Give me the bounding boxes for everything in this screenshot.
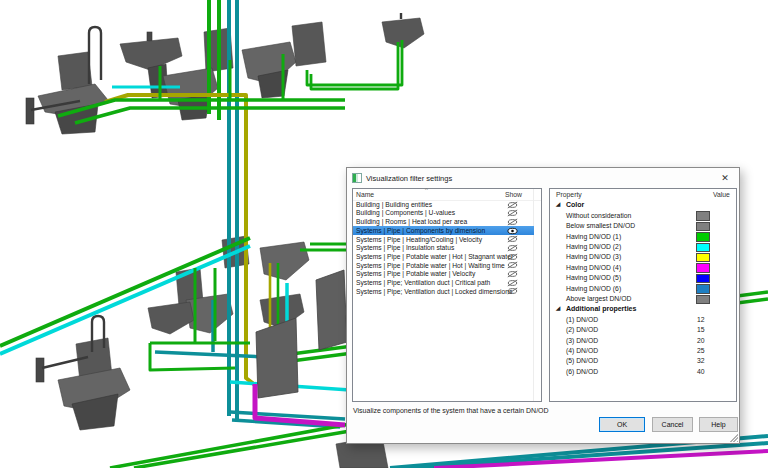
property-label: Having DN/OD (1) <box>566 233 621 240</box>
status-text: Visualize components of the system that … <box>353 407 549 414</box>
filter-row[interactable]: Building | Building entities <box>353 200 541 209</box>
filter-row[interactable]: Systems | Pipe; Ventilation duct | Criti… <box>353 278 541 287</box>
color-swatch[interactable] <box>696 222 710 232</box>
property-label: Below smallest DN/OD <box>566 222 635 229</box>
property-label: (3) DN/OD <box>566 337 598 344</box>
property-label: (1) DN/OD <box>566 316 598 323</box>
property-label: Having DN/OD (6) <box>566 285 621 292</box>
color-property-row[interactable]: Having DN/OD (3) <box>550 252 736 262</box>
column-header-property: Property <box>556 191 582 198</box>
filter-row-label: Systems | Pipe; Ventilation duct | Criti… <box>356 279 490 286</box>
filter-row[interactable]: Systems | Pipe | Heating/Cooling | Veloc… <box>353 235 541 244</box>
column-header-name[interactable]: Name <box>356 191 374 198</box>
color-property-row[interactable]: Having DN/OD (5) <box>550 273 736 283</box>
filter-row-label: Building | Components | U-values <box>356 209 455 216</box>
property-group-label: Color <box>566 201 584 208</box>
resize-grip[interactable] <box>729 433 738 442</box>
filter-row[interactable]: Systems | Pipe | Components by dimension <box>353 226 534 235</box>
ok-button[interactable]: OK <box>599 417 645 432</box>
property-group-label: Additional properties <box>566 305 636 312</box>
color-swatch[interactable] <box>696 232 710 242</box>
property-rows: ◢ColorWithout considerationBelow smalles… <box>550 200 736 377</box>
filter-row[interactable]: Systems | Pipe | Potable water | Hot | S… <box>353 252 541 261</box>
column-header-show[interactable]: Show <box>505 191 522 198</box>
property-value[interactable]: 40 <box>697 368 705 375</box>
value-property-row[interactable]: (2) DN/OD15 <box>550 325 736 335</box>
filter-row-label: Systems | Pipe; Ventilation duct | Locke… <box>356 288 512 295</box>
filter-list: Name ^ Show Building | Building entities… <box>352 188 542 402</box>
property-label: (4) DN/OD <box>566 347 598 354</box>
color-property-row[interactable]: Having DN/OD (2) <box>550 242 736 252</box>
property-value[interactable]: 25 <box>697 347 705 354</box>
property-label: Having DN/OD (4) <box>566 264 621 271</box>
filter-row[interactable]: Building | Components | U-values <box>353 209 541 218</box>
color-swatch[interactable] <box>696 243 710 253</box>
filter-row-label: Systems | Pipe | Potable water | Hot | S… <box>356 253 513 260</box>
filter-row[interactable]: Systems | Pipe; Ventilation duct | Locke… <box>353 287 541 296</box>
filter-row-label: Building | Rooms | Heat load per area <box>356 218 467 225</box>
property-label: (5) DN/OD <box>566 357 598 364</box>
sort-ascending-indicator: ^ <box>425 187 428 193</box>
property-label: Without consideration <box>566 212 631 219</box>
value-property-row[interactable]: (3) DN/OD20 <box>550 335 736 345</box>
eye-off-icon[interactable] <box>504 287 520 296</box>
property-group-header[interactable]: ◢Additional properties <box>550 304 736 314</box>
collapse-triangle-icon: ◢ <box>556 305 560 311</box>
value-property-row[interactable]: (5) DN/OD32 <box>550 356 736 366</box>
property-value[interactable]: 32 <box>697 357 705 364</box>
property-value[interactable]: 12 <box>697 316 705 323</box>
close-icon[interactable]: ✕ <box>716 170 734 186</box>
filter-list-rows: Building | Building entitiesBuilding | C… <box>353 200 541 296</box>
help-button[interactable]: Help <box>699 417 738 432</box>
value-property-row[interactable]: (4) DN/OD25 <box>550 345 736 355</box>
visualization-filter-settings-dialog: Visualization filter settings ✕ Name ^ S… <box>346 167 740 444</box>
color-property-row[interactable]: Having DN/OD (1) <box>550 231 736 241</box>
color-property-row[interactable]: Having DN/OD (6) <box>550 283 736 293</box>
property-value[interactable]: 15 <box>697 326 705 333</box>
color-swatch[interactable] <box>696 253 710 263</box>
property-grid-header: Property Value <box>550 189 736 200</box>
cancel-button[interactable]: Cancel <box>652 417 693 432</box>
collapse-triangle-icon: ◢ <box>556 201 560 207</box>
dialog-title-bar[interactable]: Visualization filter settings ✕ <box>347 168 739 188</box>
color-property-row[interactable]: Above largest DN/OD <box>550 294 736 304</box>
property-group-header[interactable]: ◢Color <box>550 200 736 210</box>
property-label: Above largest DN/OD <box>566 295 631 302</box>
color-swatch[interactable] <box>696 211 710 221</box>
filter-row[interactable]: Systems | Pipe | Potable water | Velocit… <box>353 270 541 279</box>
filter-row-label: Systems | Pipe | Potable water | Velocit… <box>356 270 475 277</box>
dialog-title: Visualization filter settings <box>366 174 452 183</box>
value-property-row[interactable]: (6) DN/OD40 <box>550 366 736 376</box>
color-swatch[interactable] <box>696 295 710 305</box>
filter-row-label: Building | Building entities <box>356 201 432 208</box>
property-grid: Property Value ◢ColorWithout considerati… <box>549 188 737 402</box>
color-swatch[interactable] <box>696 284 710 294</box>
property-label: Having DN/OD (5) <box>566 274 621 281</box>
color-property-row[interactable]: Having DN/OD (4) <box>550 262 736 272</box>
property-label: (2) DN/OD <box>566 326 598 333</box>
property-label: Having DN/OD (3) <box>566 253 621 260</box>
value-property-row[interactable]: (1) DN/OD12 <box>550 314 736 324</box>
property-label: Having DN/OD (2) <box>566 243 621 250</box>
app-icon <box>352 173 362 183</box>
filter-row-label: Systems | Pipe | Components by dimension <box>356 227 485 234</box>
color-property-row[interactable]: Without consideration <box>550 210 736 220</box>
filter-row-label: Systems | Pipe | Heating/Cooling | Veloc… <box>356 236 482 243</box>
filter-row-label: Systems | Pipe | Potable water | Hot | W… <box>356 262 505 269</box>
color-swatch[interactable] <box>696 263 710 273</box>
property-label: (6) DN/OD <box>566 368 598 375</box>
app-window: Visualization filter settings ✕ Name ^ S… <box>0 0 768 468</box>
filter-row[interactable]: Building | Rooms | Heat load per area <box>353 217 541 226</box>
property-value[interactable]: 20 <box>697 337 705 344</box>
filter-row-label: Systems | Pipe | Insulation status <box>356 244 454 251</box>
column-header-value: Value <box>713 191 730 198</box>
filter-row[interactable]: Systems | Pipe | Potable water | Hot | W… <box>353 261 541 270</box>
color-property-row[interactable]: Below smallest DN/OD <box>550 221 736 231</box>
color-swatch[interactable] <box>696 274 710 284</box>
filter-row[interactable]: Systems | Pipe | Insulation status <box>353 243 541 252</box>
